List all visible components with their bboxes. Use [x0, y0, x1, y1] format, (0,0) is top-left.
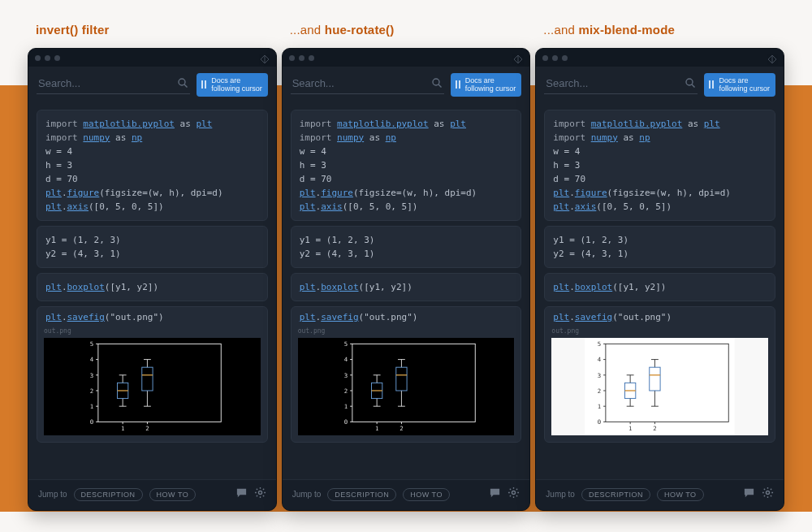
pill-howto[interactable]: HOW TO — [657, 488, 704, 501]
content-area: import matplotlib.pyplot as plt import n… — [283, 102, 530, 479]
svg-text:5: 5 — [598, 340, 601, 348]
content-area: import matplotlib.pyplot as plt import n… — [28, 102, 276, 479]
plot-image: 01234512 — [298, 338, 515, 435]
svg-text:5: 5 — [90, 340, 93, 348]
kite-logo-icon — [767, 53, 777, 63]
top-row: Docs arefollowing cursor — [536, 67, 784, 102]
svg-line-1 — [184, 84, 188, 88]
traffic-light-dot — [45, 55, 50, 61]
traffic-light-dot — [54, 55, 60, 61]
search-input[interactable] — [291, 76, 444, 93]
traffic-light-dot — [289, 55, 295, 61]
top-row: Docs arefollowing cursor — [283, 67, 530, 102]
svg-text:3: 3 — [598, 372, 601, 379]
kite-logo-icon — [513, 53, 523, 63]
gear-icon[interactable] — [762, 487, 774, 502]
svg-line-34 — [438, 84, 442, 88]
svg-text:2: 2 — [90, 387, 93, 395]
svg-text:2: 2 — [598, 387, 601, 395]
search-field[interactable] — [544, 75, 698, 94]
svg-text:1: 1 — [90, 403, 93, 410]
jump-to-label: Jump to — [38, 490, 67, 499]
svg-text:0: 0 — [344, 418, 348, 426]
svg-point-98 — [766, 491, 769, 494]
column: ...and hue-rotate()Docs arefollowing cur… — [282, 0, 531, 511]
content-area: import matplotlib.pyplot as plt import n… — [536, 102, 784, 479]
pill-description[interactable]: DESCRIPTION — [581, 488, 650, 501]
column-title: ...and mix-blend-mode — [535, 0, 784, 48]
code-block: plt.savefig("out.png") — [37, 307, 267, 324]
traffic-light-dot — [562, 55, 568, 61]
plot-filename: out.png — [292, 324, 521, 336]
search-input[interactable] — [544, 76, 698, 93]
svg-text:2: 2 — [145, 425, 149, 432]
svg-text:0: 0 — [90, 418, 93, 426]
kite-logo-icon — [260, 53, 270, 63]
code-block: import matplotlib.pyplot as plt import n… — [291, 110, 522, 221]
chat-icon[interactable] — [489, 487, 501, 502]
jump-to-label: Jump to — [292, 490, 322, 499]
plot-filename: out.png — [545, 324, 775, 336]
footer-bar: Jump toDESCRIPTIONHOW TO — [28, 479, 276, 510]
svg-text:3: 3 — [90, 372, 93, 379]
pill-howto[interactable]: HOW TO — [149, 488, 197, 501]
svg-line-67 — [692, 84, 695, 88]
code-block: plt.boxplot([y1, y2]) — [291, 273, 522, 301]
svg-rect-2 — [77, 338, 227, 435]
docs-follow-button[interactable]: Docs arefollowing cursor — [451, 73, 522, 97]
code-block: import matplotlib.pyplot as plt import n… — [544, 110, 775, 221]
plot-image: 01234512 — [551, 338, 768, 435]
top-row: Docs arefollowing cursor — [28, 67, 276, 102]
traffic-light-dot — [35, 55, 41, 61]
traffic-light-dot — [542, 55, 548, 61]
search-field[interactable] — [37, 75, 190, 94]
search-icon — [177, 77, 188, 92]
docs-button-label: Docs arefollowing cursor — [719, 76, 770, 93]
docs-button-label: Docs arefollowing cursor — [465, 76, 516, 93]
traffic-light-dot — [299, 55, 304, 61]
svg-point-32 — [258, 491, 261, 494]
window-titlebar — [536, 49, 784, 67]
svg-point-66 — [686, 79, 693, 85]
jump-to-label: Jump to — [546, 490, 575, 499]
svg-rect-35 — [331, 338, 482, 435]
svg-point-33 — [433, 79, 439, 85]
svg-text:2: 2 — [344, 387, 348, 395]
gear-icon[interactable] — [508, 487, 520, 502]
pause-icon — [456, 80, 460, 89]
column-title: ...and hue-rotate() — [282, 0, 531, 48]
svg-text:3: 3 — [344, 372, 348, 379]
plot-output-block: plt.savefig("out.png")out.png01234512 — [544, 306, 775, 443]
code-block: y1 = (1, 2, 3) y2 = (4, 3, 1) — [291, 226, 522, 268]
plot-output-block: plt.savefig("out.png")out.png01234512 — [37, 306, 268, 443]
svg-text:1: 1 — [344, 403, 348, 410]
app-window: Docs arefollowing cursorimport matplotli… — [282, 48, 531, 511]
search-icon — [685, 77, 696, 92]
pill-description[interactable]: DESCRIPTION — [74, 488, 143, 501]
column: ...and mix-blend-modeDocs arefollowing c… — [535, 0, 784, 511]
panels-row: invert() filterDocs arefollowing cursori… — [0, 0, 812, 511]
docs-follow-button[interactable]: Docs arefollowing cursor — [704, 73, 775, 97]
column: invert() filterDocs arefollowing cursori… — [28, 0, 277, 511]
svg-text:1: 1 — [598, 403, 601, 410]
footer-bar: Jump toDESCRIPTIONHOW TO — [283, 479, 530, 510]
footer-bar: Jump toDESCRIPTIONHOW TO — [536, 479, 784, 510]
svg-text:1: 1 — [375, 425, 378, 432]
code-block: y1 = (1, 2, 3) y2 = (4, 3, 1) — [37, 226, 268, 268]
search-field[interactable] — [291, 75, 444, 94]
traffic-light-dot — [309, 55, 314, 61]
search-input[interactable] — [37, 76, 190, 93]
app-window: Docs arefollowing cursorimport matplotli… — [535, 48, 784, 511]
svg-point-0 — [179, 79, 185, 85]
gear-icon[interactable] — [254, 487, 266, 502]
docs-follow-button[interactable]: Docs arefollowing cursor — [197, 73, 268, 97]
svg-text:2: 2 — [654, 425, 657, 432]
pill-howto[interactable]: HOW TO — [403, 488, 450, 501]
chat-icon[interactable] — [235, 487, 248, 502]
code-block: import matplotlib.pyplot as plt import n… — [37, 110, 268, 221]
svg-text:0: 0 — [598, 418, 601, 426]
chat-icon[interactable] — [743, 487, 755, 502]
svg-point-65 — [512, 491, 516, 494]
column-title: invert() filter — [28, 0, 277, 48]
pill-description[interactable]: DESCRIPTION — [327, 488, 396, 501]
